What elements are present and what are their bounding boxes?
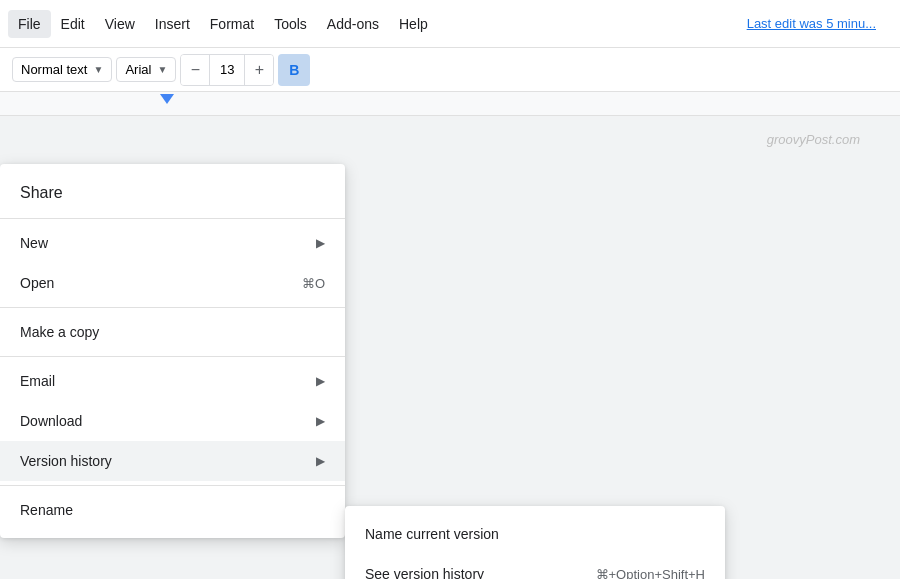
font-select[interactable]: Arial ▼ xyxy=(116,57,176,82)
open-label: Open xyxy=(20,275,54,291)
email-arrow: ▶ xyxy=(316,374,325,388)
see-version-history-label: See version history xyxy=(365,566,484,579)
new-menu-item[interactable]: New ▶ xyxy=(0,223,345,263)
dropdown-overlay: Share New ▶ Open ⌘O Make a copy xyxy=(0,116,900,579)
version-history-submenu: Name current version See version history… xyxy=(345,506,725,579)
rename-menu-item[interactable]: Rename xyxy=(0,490,345,530)
new-arrow: ▶ xyxy=(316,236,325,250)
share-menu-item[interactable]: Share xyxy=(0,172,345,214)
version-history-menu-item[interactable]: Version history ▶ xyxy=(0,441,345,481)
last-edit-label: Last edit was 5 minu... xyxy=(747,16,892,31)
file-menu-dropdown: Share New ▶ Open ⌘O Make a copy xyxy=(0,164,345,538)
open-menu-item[interactable]: Open ⌘O xyxy=(0,263,345,303)
make-copy-menu-item[interactable]: Make a copy xyxy=(0,312,345,352)
font-size-increase-button[interactable]: + xyxy=(245,55,273,85)
divider-2 xyxy=(0,307,345,308)
font-size-control: − 13 + xyxy=(180,54,274,86)
menu-item-help[interactable]: Help xyxy=(389,10,438,38)
menu-item-edit[interactable]: Edit xyxy=(51,10,95,38)
download-label: Download xyxy=(20,413,82,429)
ruler-indicator xyxy=(160,94,174,104)
see-version-history-item[interactable]: See version history ⌘+Option+Shift+H xyxy=(345,554,725,579)
menu-item-view[interactable]: View xyxy=(95,10,145,38)
version-history-arrow: ▶ xyxy=(316,454,325,468)
ruler xyxy=(0,92,900,116)
name-current-version-label: Name current version xyxy=(365,526,499,542)
rename-label: Rename xyxy=(20,502,73,518)
text-style-select[interactable]: Normal text ▼ xyxy=(12,57,112,82)
email-menu-item[interactable]: Email ▶ xyxy=(0,361,345,401)
document-area: groovyPost.com Share New ▶ Open ⌘O xyxy=(0,116,900,579)
menu-item-addons[interactable]: Add-ons xyxy=(317,10,389,38)
download-arrow: ▶ xyxy=(316,414,325,428)
menu-item-tools[interactable]: Tools xyxy=(264,10,317,38)
menu-item-file[interactable]: File xyxy=(8,10,51,38)
open-shortcut: ⌘O xyxy=(302,276,325,291)
font-size-value[interactable]: 13 xyxy=(209,55,245,85)
download-menu-item[interactable]: Download ▶ xyxy=(0,401,345,441)
divider-1 xyxy=(0,218,345,219)
see-version-history-shortcut: ⌘+Option+Shift+H xyxy=(596,567,705,580)
text-style-label: Normal text xyxy=(21,62,87,77)
font-chevron: ▼ xyxy=(157,64,167,75)
new-label: New xyxy=(20,235,48,251)
text-style-chevron: ▼ xyxy=(93,64,103,75)
bold-button[interactable]: B xyxy=(278,54,310,86)
divider-4 xyxy=(0,485,345,486)
menu-item-format[interactable]: Format xyxy=(200,10,264,38)
email-label: Email xyxy=(20,373,55,389)
make-copy-label: Make a copy xyxy=(20,324,99,340)
menu-bar: File Edit View Insert Format Tools Add-o… xyxy=(0,0,900,48)
divider-3 xyxy=(0,356,345,357)
name-current-version-item[interactable]: Name current version xyxy=(345,514,725,554)
toolbar: Normal text ▼ Arial ▼ − 13 + B xyxy=(0,48,900,92)
font-label: Arial xyxy=(125,62,151,77)
version-history-label: Version history xyxy=(20,453,112,469)
font-size-decrease-button[interactable]: − xyxy=(181,55,209,85)
menu-item-insert[interactable]: Insert xyxy=(145,10,200,38)
